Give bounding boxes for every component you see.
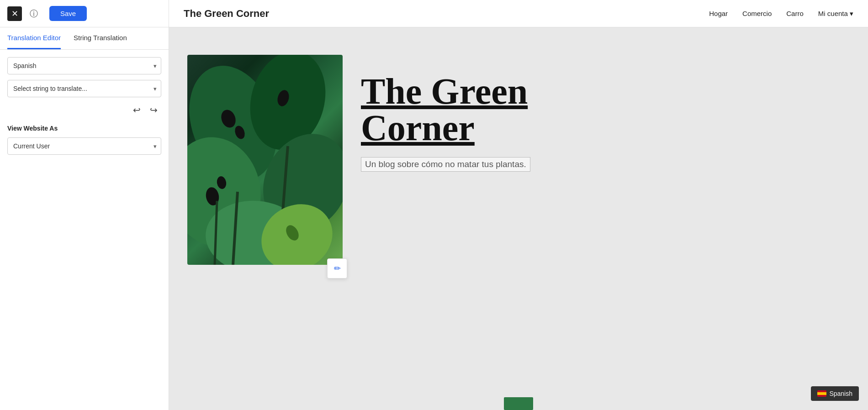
spanish-flag — [817, 390, 826, 397]
language-select-wrapper: Spanish ▾ — [7, 57, 161, 74]
nav-comercio[interactable]: Comercio — [742, 10, 772, 17]
info-button[interactable]: ⓘ — [26, 6, 41, 21]
spanish-badge[interactable]: Spanish — [811, 386, 859, 401]
close-button[interactable]: ✕ — [7, 6, 22, 21]
redo-button[interactable]: ↪ — [148, 103, 159, 117]
cta-button[interactable] — [504, 397, 533, 410]
pencil-icon: ✏ — [334, 263, 341, 273]
tabs-row: Translation Editor String Translation — [0, 27, 169, 50]
hero-title: The GreenCorner — [361, 73, 850, 146]
redo-icon: ↪ — [150, 105, 158, 115]
bottom-cta — [504, 397, 533, 410]
spanish-badge-label: Spanish — [829, 390, 852, 397]
language-select[interactable]: Spanish — [7, 57, 161, 74]
right-side: The Green Corner Hogar Comercio Carro Mi… — [169, 0, 868, 410]
hero-subtitle: Un blog sobre cómo no matar tus plantas. — [361, 157, 530, 172]
top-bar: ✕ ⓘ Save — [0, 0, 169, 27]
nav-carro[interactable]: Carro — [786, 10, 804, 17]
undo-button[interactable]: ↩ — [131, 103, 143, 117]
left-panel: ✕ ⓘ Save Translation Editor String Trans… — [0, 0, 169, 410]
content-area: ✏ The GreenCorner Un blog sobre cómo no … — [169, 27, 868, 410]
text-block: The GreenCorner Un blog sobre cómo no ma… — [361, 55, 850, 172]
edit-image-button[interactable]: ✏ — [327, 258, 347, 279]
undo-icon: ↩ — [133, 105, 141, 115]
plant-image — [187, 55, 343, 265]
panel-content: Spanish ▾ Select string to translate... … — [0, 50, 169, 162]
undo-redo-row: ↩ ↪ — [7, 103, 161, 117]
string-select[interactable]: Select string to translate... — [7, 80, 161, 97]
string-select-wrapper: Select string to translate... ▾ — [7, 80, 161, 97]
leaf-svg — [187, 55, 343, 265]
view-website-as-label: View Website As — [7, 125, 161, 132]
main-content: ✏ The GreenCorner Un blog sobre cómo no … — [169, 27, 868, 410]
save-button[interactable]: Save — [49, 6, 87, 21]
site-title: The Green Corner — [184, 8, 709, 20]
view-as-select[interactable]: Current User — [7, 137, 161, 155]
close-icon: ✕ — [11, 9, 18, 19]
tab-string-translation[interactable]: String Translation — [74, 27, 127, 49]
nav-mi-cuenta[interactable]: Mi cuenta ▾ — [818, 10, 853, 18]
tab-translation-editor[interactable]: Translation Editor — [7, 27, 61, 49]
image-block: ✏ — [187, 55, 343, 265]
view-as-select-wrapper: Current User ▾ — [7, 137, 161, 155]
site-nav: Hogar Comercio Carro Mi cuenta ▾ — [709, 10, 853, 18]
site-header: The Green Corner Hogar Comercio Carro Mi… — [169, 0, 868, 27]
info-icon: ⓘ — [30, 8, 38, 19]
nav-hogar[interactable]: Hogar — [709, 10, 728, 17]
